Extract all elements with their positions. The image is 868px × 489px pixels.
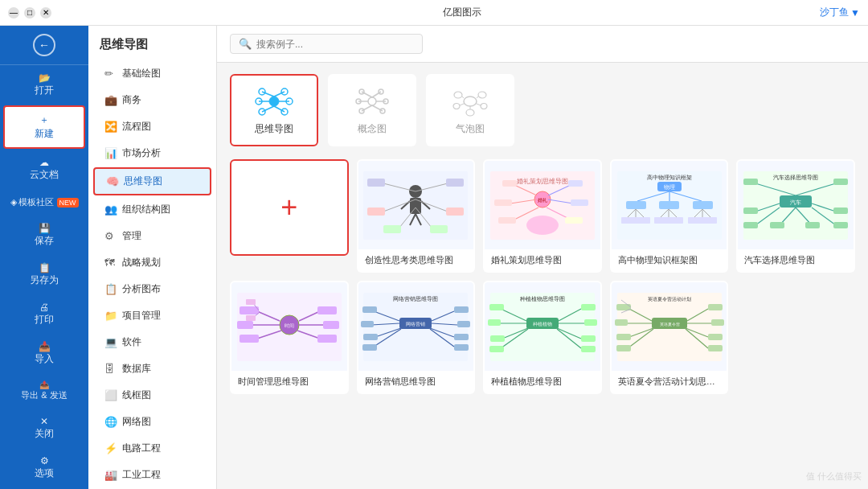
user-menu[interactable]: 沙丁鱼 ▼ [820, 6, 860, 19]
category-circuit[interactable]: ⚡ 电路工程 [93, 436, 211, 461]
type-card-fishbone[interactable]: 概念图 [328, 74, 416, 146]
category-manage[interactable]: ⚙ 管理 [93, 224, 211, 249]
bubble-map-icon [450, 85, 490, 117]
category-software[interactable]: 💻 软件 [93, 330, 211, 355]
svg-point-35 [466, 109, 474, 116]
title-bar: — □ ✕ 亿图图示 沙丁鱼 ▼ [0, 0, 868, 26]
svg-rect-199 [708, 345, 723, 351]
svg-rect-61 [502, 180, 517, 187]
flow-label: 流程图 [122, 120, 151, 134]
svg-point-29 [478, 92, 486, 98]
template-card-creative[interactable]: 创造性思考类思维导图 [357, 159, 476, 273]
maximize-button[interactable]: □ [24, 7, 35, 18]
category-network[interactable]: 🌐 网络图 [93, 409, 211, 434]
category-project[interactable]: 📁 项目管理 [93, 303, 211, 328]
templates-grid: + [230, 159, 855, 394]
type-card-cloud-label: 气泡图 [456, 122, 485, 136]
business-label: 商务 [122, 93, 141, 107]
category-business[interactable]: 💼 商务 [93, 88, 211, 113]
category-flow[interactable]: 🔀 流程图 [93, 114, 211, 139]
svg-rect-100 [704, 217, 717, 224]
category-basic[interactable]: ✏ 基础绘图 [93, 61, 211, 86]
sidebar-item-new[interactable]: ＋ 新建 [3, 105, 85, 149]
svg-rect-145 [362, 306, 377, 313]
template-card-physics[interactable]: 高中物理知识框架 物理 [610, 159, 729, 273]
svg-rect-171 [489, 346, 504, 352]
svg-rect-187 [615, 319, 628, 326]
sidebar-item-import[interactable]: 📥 导入 [3, 335, 85, 372]
svg-line-34 [477, 104, 481, 105]
svg-rect-51 [446, 208, 464, 216]
svg-rect-69 [571, 199, 588, 206]
type-card-cloud[interactable]: 气泡图 [426, 74, 514, 146]
template-card-time[interactable]: 时间 [230, 281, 349, 394]
svg-rect-175 [584, 319, 597, 326]
template-card-new[interactable]: + [230, 159, 349, 256]
network-sales-label: 网络营销思维导图 [358, 371, 474, 392]
main-layout: ← 📂 打开 ＋ 新建 ☁ 云文档 ◈ 模板社区 NEW 💾 保存 📋 另存为 [0, 26, 868, 489]
sidebar-item-open[interactable]: 📂 打开 [3, 66, 85, 104]
minimize-button[interactable]: — [8, 7, 19, 18]
content-header: 🔍 [217, 26, 868, 63]
market-label: 市场分析 [122, 146, 161, 160]
svg-rect-193 [708, 304, 723, 310]
sidebar-item-close[interactable]: ✕ 关闭 [3, 409, 85, 447]
saveas-label: 另存为 [30, 273, 59, 287]
svg-rect-106 [743, 179, 758, 185]
sidebar: ← 📂 打开 ＋ 新建 ☁ 云文档 ◈ 模板社区 NEW 💾 保存 📋 另存为 [0, 26, 88, 489]
template-card-english[interactable]: 英语夏令营活动计划 英语夏令营 [610, 281, 729, 394]
new-badge: NEW [57, 198, 79, 208]
project-label: 项目管理 [122, 309, 161, 323]
back-button[interactable]: ← [0, 26, 88, 65]
template-card-wedding[interactable]: 婚礼策划思维导图 婚礼 [483, 159, 602, 273]
svg-text:英语夏令营: 英语夏令营 [659, 322, 679, 327]
svg-rect-114 [743, 222, 758, 228]
svg-text:汽车选择思维导图: 汽车选择思维导图 [773, 175, 818, 181]
software-label: 软件 [122, 335, 141, 349]
sidebar-item-options[interactable]: ⚙ 选项 [3, 449, 85, 487]
svg-rect-135 [317, 335, 337, 343]
template-card-car[interactable]: 汽车选择思维导图 汽车 [736, 159, 855, 273]
category-wireframe[interactable]: ⬜ 线框图 [93, 383, 211, 408]
sidebar-item-export[interactable]: 📤 导出 & 发送 [3, 374, 85, 408]
svg-rect-128 [237, 321, 253, 329]
type-card-mind[interactable]: 思维导图 [230, 74, 318, 146]
save-label: 保存 [35, 234, 54, 248]
category-mind[interactable]: 🧠 思维导图 [93, 167, 211, 195]
search-input[interactable] [256, 39, 414, 50]
back-circle-icon[interactable]: ← [33, 34, 55, 56]
svg-rect-67 [568, 180, 583, 187]
category-industry[interactable]: 🏭 工业工程 [93, 462, 211, 487]
template-card-network-sales[interactable]: 网络营销思维导图 网络营销 [357, 281, 476, 394]
physics-preview: 高中物理知识框架 物理 [612, 161, 727, 249]
svg-text:网络营销: 网络营销 [406, 322, 425, 327]
export-label: 导出 & 发送 [21, 389, 67, 401]
svg-rect-118 [770, 222, 784, 228]
close-label: 关闭 [35, 427, 54, 441]
svg-rect-147 [361, 321, 374, 327]
user-name: 沙丁鱼 [820, 6, 849, 19]
svg-rect-112 [833, 208, 848, 214]
svg-rect-134 [323, 321, 339, 329]
svg-point-72 [526, 216, 559, 235]
category-market[interactable]: 📊 市场分析 [93, 141, 211, 166]
svg-text:网络营销思维导图: 网络营销思维导图 [393, 296, 438, 302]
search-box[interactable]: 🔍 [230, 34, 423, 54]
sidebar-item-saveas[interactable]: 📋 另存为 [3, 256, 85, 294]
sidebar-item-cloud[interactable]: ☁ 云文档 [3, 150, 85, 188]
mind-map-icon [254, 85, 294, 117]
category-analysis[interactable]: 📋 分析图布 [93, 277, 211, 302]
category-org[interactable]: 👥 组织结构图 [93, 197, 211, 222]
sidebar-item-save[interactable]: 💾 保存 [3, 216, 85, 254]
import-label: 导入 [35, 352, 54, 366]
svg-rect-155 [457, 321, 470, 327]
sidebar-item-print[interactable]: 🖨 打印 [3, 295, 85, 333]
svg-rect-55 [430, 225, 448, 233]
sidebar-item-community[interactable]: ◈ 模板社区 NEW [3, 190, 85, 215]
category-database[interactable]: 🗄 数据库 [93, 356, 211, 381]
close-button[interactable]: ✕ [40, 7, 51, 18]
svg-rect-151 [362, 344, 377, 351]
template-card-plants[interactable]: 种植植物思维导图 种植植物 [483, 281, 602, 394]
basic-label: 基础绘图 [122, 67, 161, 80]
category-strategy[interactable]: 🗺 战略规划 [93, 250, 211, 275]
